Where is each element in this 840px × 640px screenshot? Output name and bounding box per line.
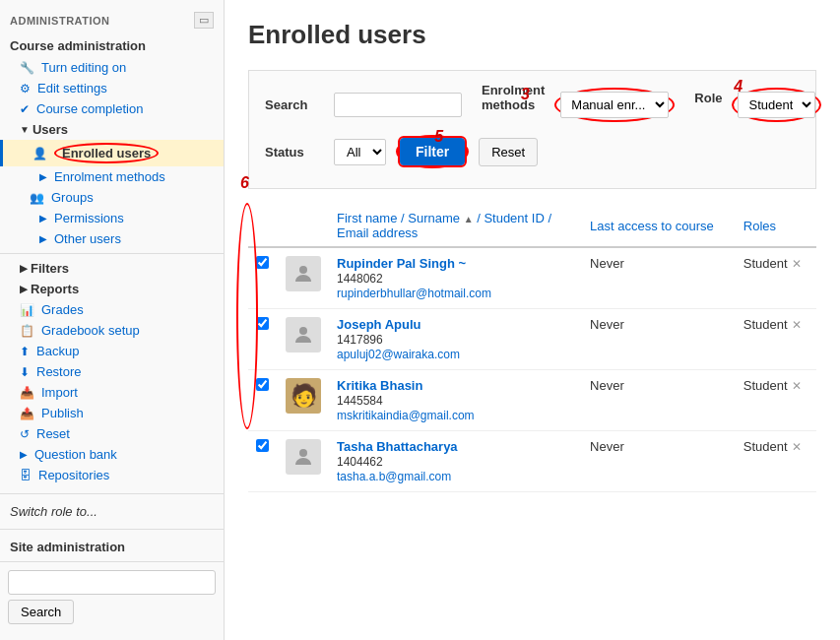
callout-3: 3: [521, 86, 530, 102]
sidebar-item-enrolled-users[interactable]: 👤 Enrolled users: [0, 140, 224, 166]
table-wrapper: 6 First name / Surname ▲ / Student ID / …: [248, 205, 816, 492]
role-label-text: Student: [743, 256, 788, 271]
role-cell: Student ✕: [736, 309, 816, 370]
restore-icon: ⬇: [20, 365, 30, 379]
course-admin-title: Course administration: [0, 34, 224, 57]
avatar-cell: [278, 247, 329, 309]
svg-point-1: [299, 327, 307, 335]
user-student-id: 1448062: [337, 272, 383, 286]
triangle-right-icon5: ▶: [20, 284, 28, 294]
user-info-cell: Joseph Apulu 1417896 apuluj02@wairaka.co…: [329, 309, 582, 370]
check-icon: ✔: [20, 102, 30, 116]
user-email-link[interactable]: mskritikaindia@gmail.com: [337, 409, 475, 422]
role-label-text: Student: [743, 439, 788, 454]
triangle-right-icon3: ▶: [39, 233, 47, 244]
sort-firstname-link[interactable]: First name / Surname: [337, 211, 460, 225]
sidebar-item-backup[interactable]: ⬆ Backup: [0, 341, 224, 361]
enrolment-select-wrap: Manual enr...: [554, 88, 675, 122]
sidebar-group-reports[interactable]: ▶ Reports: [0, 279, 224, 299]
col-roles: Roles: [736, 205, 816, 247]
avatar: 🧑: [286, 378, 321, 414]
row-checkbox[interactable]: [256, 317, 269, 330]
user-name-link[interactable]: Kritika Bhasin: [337, 378, 422, 393]
triangle-down-icon: ▼: [20, 124, 30, 135]
sidebar-item-publish[interactable]: 📤 Publish: [0, 403, 224, 423]
user-info-cell: Kritika Bhasin 1445584 mskritikaindia@gm…: [329, 370, 582, 431]
last-access-cell: Never: [582, 247, 736, 309]
role-cell: Student ✕: [736, 247, 816, 309]
sidebar-item-restore[interactable]: ⬇ Restore: [0, 361, 224, 382]
remove-role-btn[interactable]: ✕: [792, 379, 802, 393]
user-info-cell: Rupinder Pal Singh ~ 1448062 rupinderbhu…: [329, 247, 582, 309]
sidebar-item-gradebook-setup[interactable]: 📋 Gradebook setup: [0, 320, 224, 341]
sidebar-item-repositories[interactable]: 🗄 Repositories: [0, 465, 224, 485]
users-table: First name / Surname ▲ / Student ID / Em…: [248, 205, 816, 492]
remove-role-btn[interactable]: ✕: [792, 257, 802, 271]
row-checkbox[interactable]: [256, 439, 269, 452]
search-input[interactable]: [334, 93, 462, 117]
user-email-link[interactable]: rupinderbhullar@hotmail.com: [337, 287, 491, 300]
switch-role[interactable]: Switch role to...: [0, 498, 224, 525]
role-badge: Student ✕: [743, 378, 808, 393]
role-cell: Student ✕: [736, 431, 816, 492]
role-badge: Student ✕: [743, 439, 808, 454]
remove-role-btn[interactable]: ✕: [792, 440, 802, 454]
sidebar-group-filters[interactable]: ▶ Filters: [0, 258, 224, 279]
filter-row-1: Search Enrolment methods 3 Manual enr...…: [265, 83, 800, 127]
minimize-btn[interactable]: ▭: [194, 12, 214, 29]
sidebar-item-enrolment-methods[interactable]: ▶ Enrolment methods: [0, 166, 224, 187]
user-email-link[interactable]: apuluj02@wairaka.com: [337, 348, 460, 361]
sidebar-group-users[interactable]: ▼ Users: [0, 119, 224, 140]
reset-icon: ↺: [20, 427, 30, 441]
role-select[interactable]: Student: [738, 92, 815, 118]
table-header-row: First name / Surname ▲ / Student ID / Em…: [248, 205, 816, 247]
gear-icon: ⚙: [20, 82, 31, 96]
checkbox-cell: [248, 309, 278, 370]
gradebook-icon: 📋: [20, 324, 34, 338]
user-student-id: 1417896: [337, 333, 383, 347]
sidebar-item-other-users[interactable]: ▶ Other users: [0, 228, 224, 249]
col-name-id-email: First name / Surname ▲ / Student ID / Em…: [329, 205, 582, 247]
sidebar-item-import[interactable]: 📥 Import: [0, 382, 224, 403]
filter-box: Search Enrolment methods 3 Manual enr...…: [248, 70, 816, 189]
table-row: 🧑 Kritika Bhasin 1445584 mskritikaindia@…: [248, 370, 816, 431]
admin-title: ADMINISTRATION: [10, 15, 110, 27]
table-row: Tasha Bhattacharya 1404462 tasha.a.b@gma…: [248, 431, 816, 492]
enrolment-label: Enrolment methods 3: [482, 83, 545, 127]
sidebar-item-grades[interactable]: 📊 Grades: [0, 299, 224, 320]
sidebar-item-question-bank[interactable]: ▶ Question bank: [0, 444, 224, 465]
publish-icon: 📤: [20, 407, 34, 420]
user-email-link[interactable]: tasha.a.b@gmail.com: [337, 470, 451, 483]
sidebar-item-course-completion[interactable]: ✔ Course completion: [0, 98, 224, 119]
avatar: [286, 317, 321, 352]
sidebar-search-input[interactable]: [8, 570, 216, 595]
role-cell: Student ✕: [736, 370, 816, 431]
sidebar-item-reset[interactable]: ↺ Reset: [0, 423, 224, 444]
user-name-link[interactable]: Tasha Bhattacharya: [337, 439, 458, 454]
enrolment-select[interactable]: Manual enr...: [560, 92, 669, 118]
user-name-link[interactable]: Rupinder Pal Singh ~: [337, 256, 466, 271]
sidebar-item-turn-editing[interactable]: 🔧 Turn editing on: [0, 57, 224, 78]
group-icon: 👥: [30, 191, 44, 205]
sidebar-item-permissions[interactable]: ▶ Permissions: [0, 208, 224, 228]
remove-role-btn[interactable]: ✕: [792, 318, 802, 332]
filter-row-2: Status All Filter Reset 5: [265, 135, 800, 168]
triangle-right-icon2: ▶: [39, 213, 47, 224]
status-select[interactable]: All: [334, 139, 386, 165]
row-checkbox[interactable]: [256, 256, 269, 269]
sidebar-item-groups[interactable]: 👥 Groups: [0, 187, 224, 208]
status-label: Status: [265, 145, 324, 160]
sidebar-search-button[interactable]: Search: [8, 600, 74, 624]
sort-studentid-link[interactable]: Student ID /: [484, 211, 551, 225]
repo-icon: 🗄: [20, 469, 32, 482]
reset-button[interactable]: Reset: [479, 138, 538, 166]
avatar: [286, 439, 321, 475]
filter-button[interactable]: Filter: [400, 138, 465, 165]
checkbox-cell: [248, 431, 278, 492]
user-student-id: 1404462: [337, 455, 383, 469]
sidebar-item-edit-settings[interactable]: ⚙ Edit settings: [0, 78, 224, 98]
user-name-link[interactable]: Joseph Apulu: [337, 317, 420, 332]
user-student-id: 1445584: [337, 394, 383, 408]
row-checkbox[interactable]: [256, 378, 269, 391]
site-admin[interactable]: Site administration: [0, 534, 224, 560]
